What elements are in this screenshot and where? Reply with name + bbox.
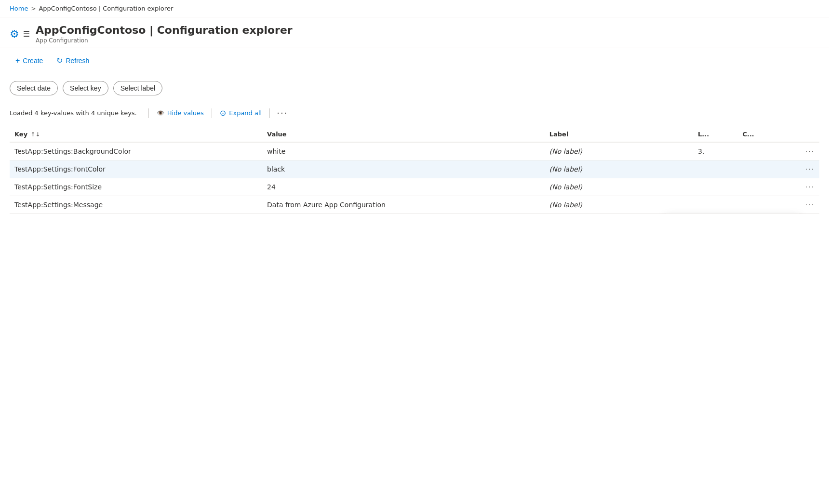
breadcrumb-home[interactable]: Home	[10, 5, 28, 12]
table-container: Key ↑↓ Value Label L... C... TestApp:Set…	[0, 127, 829, 214]
toolbar: + Create ↻ Refresh	[0, 48, 829, 73]
expand-all-icon: ⊙	[220, 108, 226, 118]
hamburger-icon: ☰	[23, 29, 30, 39]
cell-value: 24	[262, 178, 545, 196]
cell-key: TestApp:Settings:FontColor	[10, 160, 262, 178]
select-key-button[interactable]: Select key	[63, 81, 108, 95]
cell-more[interactable]: ···	[782, 160, 819, 178]
breadcrumb-separator: >	[31, 5, 36, 12]
gear-icon: ⚙️	[10, 28, 19, 40]
cell-key: TestApp:Settings:Message	[10, 196, 262, 214]
info-separator-3	[269, 108, 270, 118]
expand-all-label: Expand all	[229, 109, 262, 117]
table-header-row: Key ↑↓ Value Label L... C...	[10, 127, 819, 142]
cell-lm	[693, 196, 737, 214]
cell-ct	[737, 196, 782, 214]
select-date-label: Select date	[17, 84, 51, 92]
info-bar: Loaded 4 key-values with 4 unique keys. …	[0, 103, 829, 127]
config-table: Key ↑↓ Value Label L... C... TestApp:Set…	[10, 127, 819, 214]
cell-value: white	[262, 142, 545, 160]
cell-label: (No label)	[545, 160, 693, 178]
col-label-header: Label	[545, 127, 693, 142]
create-label: Create	[23, 57, 43, 65]
cell-value: Data from Azure App Configuration	[262, 196, 545, 214]
table-row[interactable]: TestApp:Settings:FontColor black (No lab…	[10, 160, 819, 178]
cell-more[interactable]: ···	[782, 196, 819, 214]
cell-lm: 3.	[693, 142, 737, 160]
breadcrumb: Home > AppConfigContoso | Configuration …	[0, 0, 829, 17]
cell-more[interactable]: ···	[782, 178, 819, 196]
info-separator-2	[212, 108, 212, 118]
cell-ct	[737, 160, 782, 178]
cell-more[interactable]: ···	[782, 142, 819, 160]
cell-label: (No label)	[545, 178, 693, 196]
table-row[interactable]: TestApp:Settings:BackgroundColor white (…	[10, 142, 819, 160]
expand-all-action[interactable]: ⊙ Expand all	[215, 106, 267, 119]
sort-icon[interactable]: ↑↓	[30, 131, 40, 138]
header-icons: ⚙️ ☰	[10, 28, 30, 40]
cell-ct	[737, 142, 782, 160]
col-lm-header: L...	[693, 127, 737, 142]
col-value-header: Value	[262, 127, 545, 142]
table-row[interactable]: TestApp:Settings:FontSize 24 (No label) …	[10, 178, 819, 196]
more-options-action[interactable]: ···	[273, 106, 292, 120]
breadcrumb-current: AppConfigContoso | Configuration explore…	[39, 5, 173, 12]
col-key-header: Key ↑↓	[10, 127, 262, 142]
cell-key: TestApp:Settings:FontSize	[10, 178, 262, 196]
page-header: ⚙️ ☰ AppConfigContoso | Configuration ex…	[0, 17, 829, 48]
cell-lm	[693, 178, 737, 196]
cell-value: black	[262, 160, 545, 178]
refresh-button[interactable]: ↻ Refresh	[51, 53, 95, 68]
hide-values-icon: 👁️	[157, 109, 164, 117]
create-icon: +	[15, 56, 20, 65]
create-button[interactable]: + Create	[10, 53, 49, 68]
cell-label: (No label)	[545, 196, 693, 214]
select-key-label: Select key	[70, 84, 101, 92]
col-actions-header	[782, 127, 819, 142]
info-separator-1	[148, 108, 149, 118]
table-row[interactable]: TestApp:Settings:Message Data from Azure…	[10, 196, 819, 214]
page-title: AppConfigContoso | Configuration explore…	[36, 24, 293, 36]
filter-bar: Select date Select key Select label	[0, 73, 829, 103]
header-text: AppConfigContoso | Configuration explore…	[36, 24, 293, 44]
cell-lm	[693, 160, 737, 178]
loaded-text: Loaded 4 key-values with 4 unique keys.	[10, 109, 137, 117]
refresh-icon: ↻	[56, 56, 63, 65]
select-label-label: Select label	[120, 84, 155, 92]
hide-values-action[interactable]: 👁️ Hide values	[152, 107, 209, 119]
col-ct-header: C...	[737, 127, 782, 142]
select-date-button[interactable]: Select date	[10, 81, 58, 95]
context-menu: Edit ✏️ Add value + Add Key Vault refere…	[665, 213, 800, 214]
select-label-button[interactable]: Select label	[113, 81, 162, 95]
key-header-label: Key	[14, 131, 27, 138]
hide-values-label: Hide values	[167, 109, 204, 117]
refresh-label: Refresh	[66, 57, 89, 65]
cell-ct	[737, 178, 782, 196]
cell-label: (No label)	[545, 142, 693, 160]
cell-key: TestApp:Settings:BackgroundColor	[10, 142, 262, 160]
page-subtitle: App Configuration	[36, 37, 293, 44]
